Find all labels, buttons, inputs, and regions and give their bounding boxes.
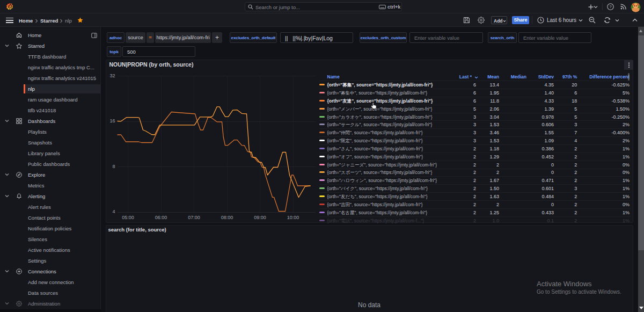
svg-text:?: ?: [609, 4, 612, 9]
